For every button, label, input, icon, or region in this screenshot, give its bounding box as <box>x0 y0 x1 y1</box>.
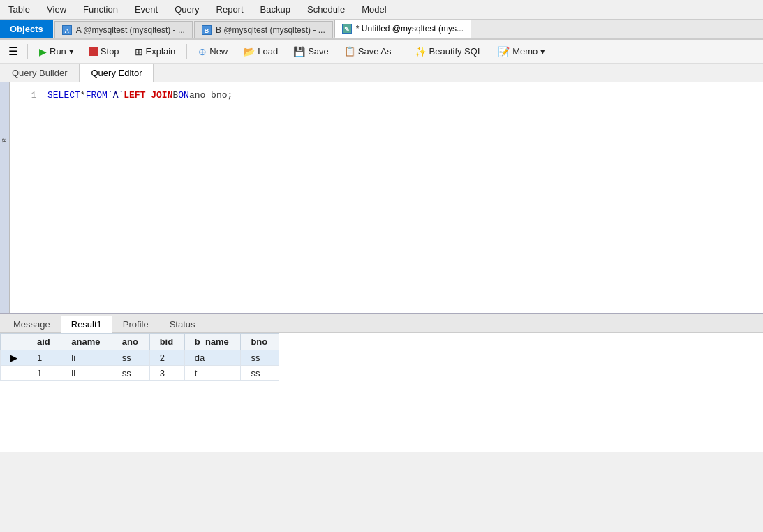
memo-dropdown-icon: ▾ <box>540 46 545 57</box>
editor-container: a 1 SELECT * FROM `A` LEFT JOIN B ON ano… <box>0 82 763 313</box>
tab-query-b[interactable]: B B @mysqltest (mysqltest) - ... <box>194 21 333 38</box>
col-aname: aname <box>61 334 112 350</box>
cell-ano: ss <box>112 350 149 366</box>
menu-function[interactable]: Function <box>75 1 126 17</box>
menu-schedule[interactable]: Schedule <box>299 1 353 17</box>
new-button[interactable]: ⊕ New <box>192 43 234 60</box>
run-icon: ▶ <box>39 46 47 57</box>
col-ano: ano <box>112 334 149 350</box>
cell-bid: 3 <box>149 366 184 381</box>
save-as-label: Save As <box>358 46 392 57</box>
menu-backup[interactable]: Backup <box>252 1 299 17</box>
cell-bno: ss <box>241 350 279 366</box>
keyword-from: FROM <box>86 88 108 103</box>
cell-bid: 2 <box>149 350 184 366</box>
tab-query-builder[interactable]: Query Builder <box>0 64 79 82</box>
result-tab-result1[interactable]: Result1 <box>61 316 112 333</box>
menu-event[interactable]: Event <box>126 1 166 17</box>
load-icon: 📂 <box>243 46 255 57</box>
save-icon: 💾 <box>293 46 305 57</box>
table-row[interactable]: ▶1liss2dass <box>1 350 279 366</box>
beautify-icon: ✨ <box>415 46 427 57</box>
new-label: New <box>209 46 228 57</box>
sep1 <box>27 44 28 59</box>
table-header-row: aid aname ano bid b_name bno <box>1 334 279 350</box>
cell-b_name: da <box>184 350 241 366</box>
col-aid: aid <box>27 334 61 350</box>
menu-model[interactable]: Model <box>353 1 394 17</box>
cell-aid: 1 <box>27 366 61 381</box>
result-tab-message[interactable]: Message <box>3 316 61 332</box>
load-label: Load <box>258 46 278 57</box>
code-star: * <box>80 88 86 103</box>
run-label: Run <box>50 46 66 57</box>
save-as-icon: 📋 <box>344 46 355 57</box>
save-as-button[interactable]: 📋 Save As <box>338 43 398 59</box>
data-grid[interactable]: aid aname ano bid b_name bno ▶1liss2dass… <box>0 333 763 452</box>
untitled-icon: ✎ <box>342 24 352 34</box>
run-button[interactable]: ▶ Run ▾ <box>33 43 80 60</box>
memo-label: Memo <box>512 46 538 57</box>
save-button[interactable]: 💾 Save <box>287 43 335 60</box>
tab-bar: Objects A A @mysqltest (mysqltest) - ...… <box>0 20 763 40</box>
tab-objects[interactable]: Objects <box>0 20 53 38</box>
explain-icon: ⊞ <box>135 46 143 57</box>
sidebar-label: a <box>1 138 9 142</box>
sep3 <box>403 44 403 59</box>
results-area: Message Result1 Profile Status aid aname… <box>0 313 763 452</box>
explain-button[interactable]: ⊞ Explain <box>128 43 182 60</box>
row-indicator <box>1 366 27 381</box>
save-label: Save <box>308 46 329 57</box>
menu-view[interactable]: View <box>38 1 75 17</box>
menu-query[interactable]: Query <box>166 1 207 17</box>
tab-query-a[interactable]: A A @mysqltest (mysqltest) - ... <box>54 21 193 38</box>
cell-aid: 1 <box>27 350 61 366</box>
tab-query-untitled-label: * Untitled @mysqltest (mys... <box>356 24 464 34</box>
cell-aname: li <box>61 366 112 381</box>
indicator-col-header <box>1 334 27 350</box>
result-tab-status[interactable]: Status <box>159 316 206 332</box>
menu-table[interactable]: Table <box>0 1 38 17</box>
explain-label: Explain <box>146 46 176 57</box>
toolbar: ☰ ▶ Run ▾ Stop ⊞ Explain ⊕ New 📂 Load 💾 … <box>0 40 763 64</box>
code-condition: ano=bno; <box>189 88 232 103</box>
keyword-on: ON <box>178 88 189 103</box>
hamburger-icon[interactable]: ☰ <box>4 43 22 60</box>
cell-b_name: t <box>184 366 241 381</box>
tab-query-b-label: B @mysqltest (mysqltest) - ... <box>216 25 325 35</box>
sep2 <box>186 44 187 59</box>
load-button[interactable]: 📂 Load <box>237 43 284 60</box>
row-indicator: ▶ <box>1 350 27 366</box>
tab-query-a-label: A @mysqltest (mysqltest) - ... <box>76 25 185 35</box>
menu-bar: Table View Function Event Query Report B… <box>0 0 763 20</box>
stop-label: Stop <box>101 46 119 57</box>
beautify-button[interactable]: ✨ Beautify SQL <box>408 43 489 60</box>
cell-bno: ss <box>241 366 279 381</box>
cell-aname: li <box>61 350 112 366</box>
stop-icon <box>89 47 98 56</box>
keyword-left-join: LEFT JOIN <box>124 88 172 103</box>
cell-ano: ss <box>112 366 149 381</box>
table-a-icon: A <box>62 25 72 35</box>
table-a-name: `A` <box>108 88 124 103</box>
editor-area[interactable]: 1 SELECT * FROM `A` LEFT JOIN B ON ano=b… <box>10 82 763 313</box>
col-bno: bno <box>241 334 279 350</box>
line-number-1: 1 <box>15 88 36 103</box>
left-sidebar: a <box>0 82 10 313</box>
table-b-name: B <box>172 88 178 103</box>
new-icon: ⊕ <box>198 46 207 57</box>
menu-report[interactable]: Report <box>208 1 252 17</box>
stop-button[interactable]: Stop <box>83 43 126 59</box>
table-b-icon: B <box>202 25 212 35</box>
sub-tab-bar: Query Builder Query Editor <box>0 64 763 82</box>
table-row[interactable]: 1liss3tss <box>1 366 279 381</box>
col-bname: b_name <box>184 334 241 350</box>
result-table: aid aname ano bid b_name bno ▶1liss2dass… <box>0 333 279 381</box>
result-tab-profile[interactable]: Profile <box>112 316 159 332</box>
tab-query-untitled[interactable]: ✎ * Untitled @mysqltest (mys... <box>334 20 471 38</box>
code-line-1: 1 SELECT * FROM `A` LEFT JOIN B ON ano=b… <box>10 88 763 103</box>
tab-query-editor[interactable]: Query Editor <box>79 64 154 82</box>
keyword-select: SELECT <box>47 88 80 103</box>
memo-button[interactable]: 📝 Memo ▾ <box>491 43 551 60</box>
run-dropdown-icon: ▾ <box>69 46 74 57</box>
